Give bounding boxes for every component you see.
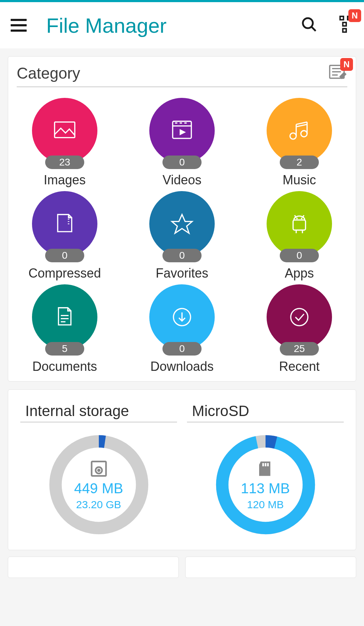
category-music[interactable]: 2Music xyxy=(267,98,332,188)
search-icon[interactable] xyxy=(301,16,318,35)
microsd-title: MicroSD xyxy=(187,403,344,422)
microsd-storage[interactable]: MicroSD 113 MB 120 MB xyxy=(187,403,344,536)
edit-list-icon[interactable]: N xyxy=(328,63,347,84)
internal-storage[interactable]: Internal storage 449 MB 23.20 GB xyxy=(20,403,177,536)
internal-used: 449 MB xyxy=(74,480,123,496)
zip-icon xyxy=(32,191,97,257)
microsd-used: 113 MB xyxy=(241,480,290,496)
svg-point-0 xyxy=(303,18,313,28)
microsd-total: 120 MB xyxy=(247,499,284,511)
menu-icon[interactable] xyxy=(11,19,27,32)
category-favorites[interactable]: 0Favorites xyxy=(149,191,215,281)
svg-rect-13 xyxy=(175,122,177,123)
svg-rect-11 xyxy=(173,121,192,138)
more-options-icon[interactable]: N xyxy=(339,16,353,35)
svg-point-45 xyxy=(98,469,100,471)
svg-rect-2 xyxy=(340,16,344,20)
internal-total: 23.20 GB xyxy=(76,499,121,511)
doc-icon xyxy=(32,284,97,350)
bottom-card-right[interactable] xyxy=(185,557,356,578)
check-icon xyxy=(267,284,332,350)
category-label-favorites: Favorites xyxy=(156,266,208,281)
notification-badge: N xyxy=(340,58,353,71)
svg-point-17 xyxy=(290,133,296,140)
category-compressed[interactable]: 0Compressed xyxy=(28,191,101,281)
svg-rect-51 xyxy=(267,463,269,466)
category-documents[interactable]: 5Documents xyxy=(32,284,97,374)
category-count-favorites: 0 xyxy=(162,249,202,262)
bottom-card-left[interactable] xyxy=(8,557,179,578)
app-header: File Manager N xyxy=(0,2,364,48)
category-images[interactable]: 23Images xyxy=(32,98,97,188)
image-icon xyxy=(32,98,97,163)
category-count-compressed: 0 xyxy=(45,249,84,262)
internal-storage-title: Internal storage xyxy=(20,403,177,422)
video-icon xyxy=(149,98,215,163)
category-videos[interactable]: 0Videos xyxy=(149,98,215,188)
svg-rect-15 xyxy=(184,122,187,123)
svg-line-1 xyxy=(311,27,316,31)
category-label-downloads: Downloads xyxy=(150,359,214,374)
category-label-compressed: Compressed xyxy=(28,266,101,281)
category-label-images: Images xyxy=(44,173,86,188)
svg-point-18 xyxy=(301,131,307,137)
category-label-videos: Videos xyxy=(162,173,201,188)
bottom-row xyxy=(8,557,356,578)
category-title: Category xyxy=(17,64,328,82)
category-count-downloads: 0 xyxy=(162,342,202,356)
category-downloads[interactable]: 0Downloads xyxy=(149,284,215,374)
disk-icon xyxy=(89,459,108,478)
svg-rect-14 xyxy=(180,122,182,123)
category-count-recent: 25 xyxy=(280,342,319,356)
svg-point-34 xyxy=(301,218,302,219)
download-icon xyxy=(149,284,215,350)
category-count-documents: 5 xyxy=(45,342,84,356)
category-count-videos: 0 xyxy=(162,156,202,169)
category-label-documents: Documents xyxy=(32,359,97,374)
svg-rect-5 xyxy=(343,29,346,32)
svg-point-33 xyxy=(296,218,298,219)
notification-badge: N xyxy=(348,9,361,22)
svg-line-21 xyxy=(296,122,307,125)
star-icon xyxy=(149,191,215,257)
internal-storage-ring[interactable]: 449 MB 23.20 GB xyxy=(47,433,150,536)
svg-marker-27 xyxy=(172,215,192,233)
svg-rect-4 xyxy=(343,22,346,26)
sd-card-icon xyxy=(256,459,275,478)
category-label-recent: Recent xyxy=(279,359,320,374)
app-title: File Manager xyxy=(46,14,301,37)
svg-rect-49 xyxy=(262,463,264,466)
category-recent[interactable]: 25Recent xyxy=(267,284,332,374)
category-label-apps: Apps xyxy=(285,266,314,281)
svg-point-40 xyxy=(291,309,308,326)
category-header: Category N xyxy=(17,63,347,87)
category-card: Category N 23Images0Videos2Music0Compres… xyxy=(8,56,356,382)
category-label-music: Music xyxy=(283,173,316,188)
svg-rect-50 xyxy=(264,463,266,466)
microsd-ring[interactable]: 113 MB 120 MB xyxy=(214,433,317,536)
svg-rect-28 xyxy=(293,220,306,230)
svg-rect-10 xyxy=(55,122,75,138)
category-count-images: 23 xyxy=(45,156,84,169)
music-icon xyxy=(267,98,332,163)
category-apps[interactable]: 0Apps xyxy=(267,191,332,281)
storage-card: Internal storage 449 MB 23.20 GB MicroSD xyxy=(8,389,356,550)
svg-line-22 xyxy=(296,125,307,127)
category-count-apps: 0 xyxy=(280,249,319,262)
android-icon xyxy=(267,191,332,257)
svg-marker-16 xyxy=(180,129,186,136)
category-count-music: 2 xyxy=(280,156,319,169)
